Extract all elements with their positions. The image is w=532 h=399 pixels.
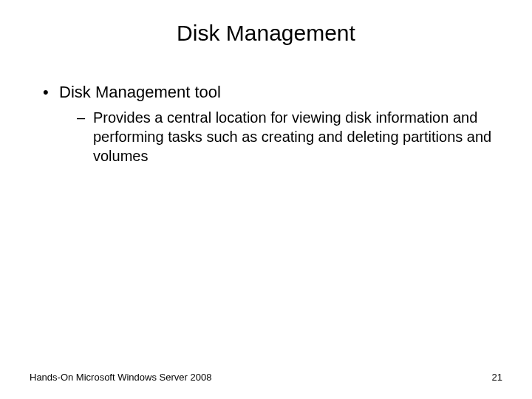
slide-footer: Hands-On Microsoft Windows Server 2008 2… (30, 372, 502, 383)
bullet-list-level2: Provides a central location for viewing … (59, 108, 502, 166)
slide-title: Disk Management (30, 21, 502, 46)
page-number: 21 (492, 372, 502, 383)
bullet-text: Provides a central location for viewing … (93, 109, 491, 164)
list-item: Disk Management tool Provides a central … (43, 81, 502, 166)
bullet-list-level1: Disk Management tool Provides a central … (30, 81, 502, 166)
slide: Disk Management Disk Management tool Pro… (0, 0, 532, 399)
footer-left: Hands-On Microsoft Windows Server 2008 (30, 372, 211, 383)
bullet-text: Disk Management tool (59, 83, 221, 101)
list-item: Provides a central location for viewing … (77, 108, 502, 166)
